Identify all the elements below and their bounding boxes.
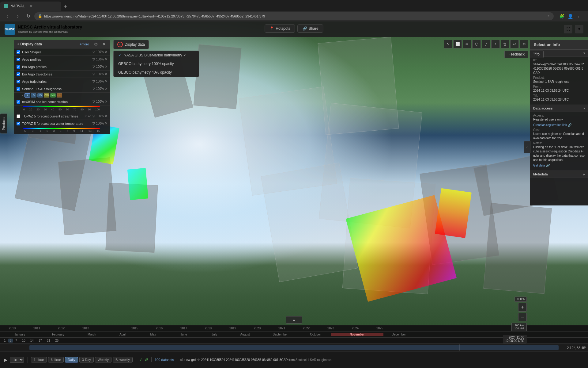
speed-select[interactable]: 1x 2x [10,357,24,363]
panel-settings-icon[interactable]: ⚙ [93,42,99,47]
share-button[interactable]: 🔗 Share [298,25,323,33]
fullscreen-button[interactable]: ⛶ [564,25,572,33]
interval-3day[interactable]: 3-Day [79,357,94,362]
browser-chrome: NARVAL ✕ + ‹ › ↻ 🔒 https://narval.nersc.… [0,0,588,21]
filter-icon[interactable]: ▽ [92,114,95,118]
data-access-header[interactable]: Data access ▾ [530,105,588,112]
address-bar[interactable]: 🔒 https://narval.nersc.no/?date=2024-11-… [34,12,554,20]
layer-bio-argo-profiles-checkbox[interactable] [17,65,20,69]
layer-topaz-temp-checkbox[interactable] [17,122,20,125]
layer-argo-profiles-checkbox[interactable] [17,58,20,61]
interval-6hour[interactable]: 6-Hour [48,357,64,362]
back-button[interactable]: ‹ [3,12,12,21]
metadata-header[interactable]: Metadata ▸ [530,171,588,178]
reload-button[interactable]: ↻ [24,12,32,21]
filter-icon[interactable]: ▽ [92,79,95,83]
creodias-link[interactable]: Creodias registration link [533,123,567,127]
panel-more-button[interactable]: +more [80,42,89,46]
dropdown-item-2[interactable]: GEBCO bathymetry 100% opacity [114,59,199,68]
remove-layer-icon[interactable]: ✕ [105,79,107,83]
dropdown-item-1[interactable]: ✓ NASA GIBS BlueMarble bathymetry ✓ [114,51,199,59]
panel-toggle-button[interactable]: ‹ [524,141,530,153]
interval-biweekly[interactable]: Bi-weekly [113,357,133,362]
hotspots-button[interactable]: 📍 Hotspots [265,25,295,33]
get-data-link[interactable]: Get data [533,164,545,167]
panel-close-icon[interactable]: ✕ [101,42,107,47]
timeline-bar[interactable] [0,344,588,351]
status-bar: ▶ 1x 2x 1-Hour 6-Hour Daily 3-Day Weekly [0,351,588,368]
remove-layer-icon[interactable]: ✕ [105,100,107,104]
year-2023: 2023 [318,327,343,330]
tool-draw[interactable]: ✏ [463,40,471,48]
feedback-button[interactable]: Feedback [504,51,528,58]
ice-slider-track[interactable] [23,106,100,107]
date-10: 10 [20,339,28,342]
new-tab-button[interactable]: + [61,2,70,11]
scroll-up-button[interactable]: ▲ [286,316,302,324]
interval-daily[interactable]: Daily [65,357,78,362]
band-a-btn[interactable]: A [24,93,30,98]
month-may: May [138,333,168,336]
dropdown-item-3[interactable]: GEBCO bathymetry 40% opacity [114,68,199,77]
user-profile-btn[interactable]: 👤 [567,13,574,20]
tool-polygon[interactable]: ⬡ [472,40,481,48]
filter-icon[interactable]: ▽ [92,121,95,125]
remove-layer-icon[interactable]: ✕ [105,50,107,54]
interval-weekly[interactable]: Weekly [95,357,111,362]
filter-icon[interactable]: ▽ [92,87,95,91]
band-iw-btn[interactable]: IW [37,93,43,98]
tool-undo[interactable]: ↩ [510,40,519,48]
remove-layer-icon[interactable]: ✕ [105,87,107,91]
band-ew-btn[interactable]: EW [44,93,49,98]
display-data-dropdown: ✓ NASA GIBS BlueMarble bathymetry ✓ GEBC… [113,51,199,77]
dataset-source: Sentinel 1 SAR roughness [296,358,331,362]
zoom-out-button[interactable]: − [518,313,527,321]
remove-layer-icon[interactable]: ✕ [105,72,107,76]
layer-user-shapes-checkbox[interactable] [17,50,20,54]
filter-icon[interactable]: ▽ [92,50,95,54]
share-map-button[interactable]: ⬆ [575,25,583,33]
expand-icon[interactable]: › [22,94,23,97]
layer-sentinel1-checkbox[interactable] [17,87,20,91]
display-data-button[interactable]: ⊙ Display data [113,40,149,49]
coordinates-display: 2.12°, 88.45° [567,346,586,350]
bookmark-icon[interactable]: ☆ [547,14,550,18]
tool-delete[interactable]: 🗑 [501,40,509,48]
filter-icon[interactable]: ▽ [92,65,95,69]
tool-point[interactable]: • [491,40,500,48]
opacity-value: 100% [96,80,104,83]
remove-layer-icon[interactable]: ✕ [105,65,107,69]
layer-sentinel1-controls: ▽ 100% ✕ [92,87,107,91]
browser-tab[interactable]: NARVAL ✕ [0,2,61,11]
remove-layer-icon[interactable]: ✕ [105,121,107,125]
timeline-cursor[interactable] [459,344,459,351]
layer-bio-argo-traj-checkbox[interactable] [17,72,20,76]
layer-topaz-current-checkbox[interactable] [17,114,20,118]
tool-line[interactable]: ╱ [482,40,490,48]
products-panel[interactable]: Products [0,113,7,133]
filter-icon[interactable]: ▽ [92,100,95,104]
url-text: https://narval.nersc.no/?date=2024-11-03… [44,14,265,18]
tool-select[interactable]: ⬜ [453,40,462,48]
tool-cursor[interactable]: ↖ [444,40,452,48]
tab-close-icon[interactable]: ✕ [30,4,33,8]
filter-icon[interactable]: ▽ [92,72,95,76]
remove-layer-icon[interactable]: ✕ [105,114,107,118]
filter-icon[interactable]: ▽ [92,57,95,61]
info-button[interactable]: Info [530,51,544,58]
layer-argo-traj-checkbox[interactable] [17,80,20,83]
interval-1hour[interactable]: 1-Hour [31,357,47,362]
band-hh-btn[interactable]: HH [57,93,62,98]
band-vv-btn[interactable]: VV [50,93,56,98]
layer-nexisim-checkbox[interactable] [17,100,20,104]
remove-layer-icon[interactable]: ✕ [105,57,107,61]
play-button[interactable]: ▶ [4,357,7,363]
timeline[interactable]: 2010 2011 2012 2013 2015 2016 2017 2018 … [0,325,588,351]
settings-btn[interactable]: ⋮ [575,13,582,20]
forward-button[interactable]: › [13,12,22,21]
band-b-btn[interactable]: B [31,93,36,98]
extensions-btn[interactable]: 🧩 [558,13,565,20]
zoom-in-button[interactable]: + [518,303,527,312]
tool-config[interactable]: ⚙ [520,40,528,48]
zoom-percent: 100% [514,297,527,302]
